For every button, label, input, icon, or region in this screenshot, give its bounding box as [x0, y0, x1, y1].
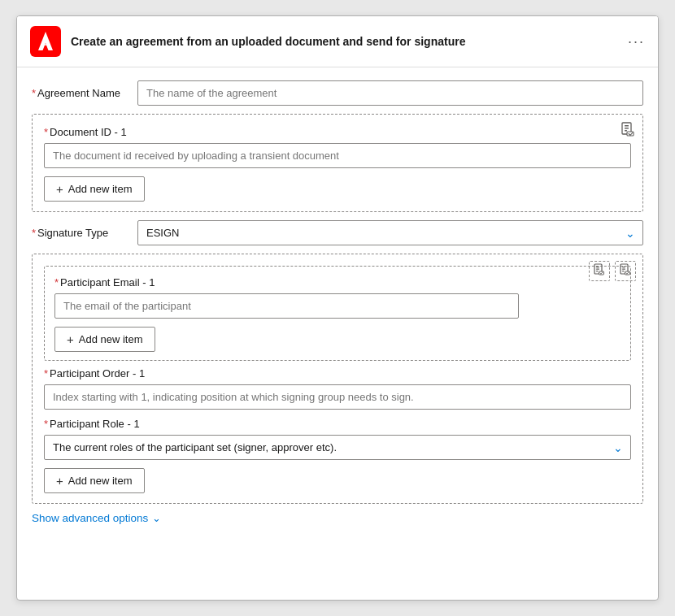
document-id-section: *Document ID - 1 + Add new item [32, 114, 643, 212]
signature-type-label: *Signature Type [32, 227, 129, 239]
signature-type-select[interactable]: ESIGN WRITTEN [137, 220, 643, 245]
participant-add-item-button[interactable]: + Add new item [44, 468, 145, 493]
participant-add-label: Add new item [68, 475, 133, 487]
adobe-icon [30, 26, 61, 57]
participant-order-label: *Participant Order - 1 [44, 367, 631, 380]
svg-rect-13 [622, 269, 625, 270]
signature-type-row: *Signature Type ESIGN WRITTEN ⌄ [32, 220, 643, 245]
signature-type-select-wrapper: ESIGN WRITTEN ⌄ [137, 220, 643, 245]
participant-role-select[interactable]: The current roles of the participant set… [44, 435, 631, 460]
participant-role-label: *Participant Role - 1 [44, 418, 631, 430]
svg-rect-9 [596, 271, 599, 271]
participant-icons [589, 261, 636, 281]
svg-rect-14 [622, 271, 625, 271]
agreement-name-input[interactable] [137, 80, 643, 106]
plus-icon: + [56, 182, 63, 196]
header: Create an agreement from an uploaded doc… [17, 16, 658, 67]
agreement-name-row: *Agreement Name [32, 80, 643, 106]
participant-role-row: *Participant Role - 1 The current roles … [44, 418, 631, 460]
main-card: Create an agreement from an uploaded doc… [16, 15, 659, 601]
chevron-down-icon: ⌄ [152, 512, 161, 524]
svg-rect-7 [596, 267, 599, 267]
plus-icon-3: + [56, 474, 63, 488]
header-title: Create an agreement from an uploaded doc… [71, 35, 618, 48]
document-id-icon[interactable] [620, 121, 636, 141]
participant-order-input[interactable] [44, 384, 631, 410]
participant-section: *Participant Email - 1 + Add new item *P… [32, 254, 643, 504]
document-id-label: *Document ID - 1 [44, 126, 631, 138]
participant-order-row: *Participant Order - 1 [44, 367, 631, 410]
svg-rect-8 [596, 269, 599, 270]
participant-email-input[interactable] [54, 293, 519, 319]
svg-rect-2 [625, 125, 629, 127]
plus-icon-2: + [67, 332, 74, 346]
svg-rect-4 [625, 130, 627, 132]
participant-icon-left[interactable] [589, 261, 610, 281]
more-options-button[interactable]: ··· [628, 33, 645, 50]
participant-email-add-label: Add new item [79, 333, 143, 345]
required-star: * [32, 87, 36, 99]
agreement-name-label: *Agreement Name [32, 87, 129, 99]
show-advanced-options-link[interactable]: Show advanced options ⌄ [32, 512, 643, 524]
document-add-item-label: Add new item [68, 183, 133, 195]
participant-email-section: *Participant Email - 1 + Add new item [44, 266, 631, 361]
show-advanced-label: Show advanced options [32, 512, 148, 524]
svg-rect-3 [625, 128, 629, 129]
participant-role-select-wrapper: The current roles of the participant set… [44, 435, 631, 460]
svg-rect-12 [622, 267, 625, 267]
participant-email-label: *Participant Email - 1 [54, 276, 621, 288]
document-add-item-button[interactable]: + Add new item [44, 176, 145, 202]
form-body: *Agreement Name *Document ID - 1 + Add n… [17, 67, 658, 540]
participant-icon-right[interactable] [615, 261, 636, 281]
document-id-input[interactable] [44, 143, 631, 168]
participant-email-add-item-button[interactable]: + Add new item [54, 327, 155, 352]
